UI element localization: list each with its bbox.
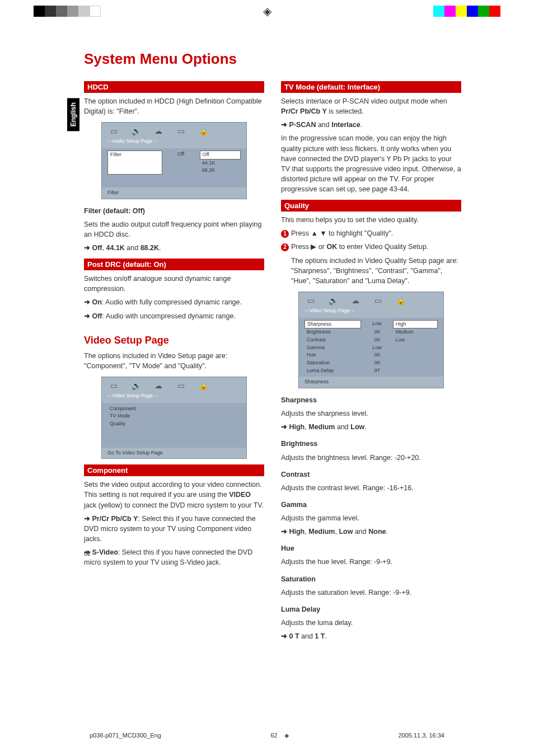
sharpness-heading: Sharpness bbox=[281, 395, 461, 405]
ui-breadcrumb: -- Video Setup Page -- bbox=[102, 392, 246, 403]
brightness-heading: Brightness bbox=[281, 439, 461, 449]
tab-general-icon: ▭ bbox=[107, 126, 120, 136]
table-row: Luma Delay0T bbox=[305, 367, 438, 375]
quality-step1: 1Press ▲ ▼ to highlight "Quality". bbox=[281, 228, 461, 238]
table-row: Contrast00Low bbox=[305, 336, 438, 344]
component-opt1: ➜ Pr/Cr Pb/Cb Y: Select this if you have… bbox=[84, 514, 264, 544]
tab-lock-icon: 🔒 bbox=[197, 381, 209, 391]
table-row: SharpnessLowHigh bbox=[305, 320, 438, 329]
filter-opt-off: Off bbox=[200, 151, 241, 159]
luma-heading: Luma Delay bbox=[281, 604, 461, 614]
tab-video-icon: ☁ bbox=[152, 126, 165, 136]
gamma-heading: Gamma bbox=[281, 500, 461, 510]
table-row: GammaLow bbox=[305, 344, 438, 352]
color-bar-right bbox=[433, 6, 500, 17]
component-body: Sets the video output according to your … bbox=[84, 480, 264, 510]
ui-breadcrumb: -- Video Setup Page -- bbox=[299, 307, 443, 318]
registration-mark: ◈ bbox=[263, 4, 271, 18]
tab-audio-icon: 🔊 bbox=[130, 126, 142, 136]
hue-heading: Hue bbox=[281, 543, 461, 553]
tab-pref-icon: ▭ bbox=[372, 295, 384, 306]
quality-body: The options included in Video Quality Se… bbox=[281, 256, 461, 286]
filter-opt-44: 44.1K bbox=[200, 159, 241, 167]
tab-pref-icon: ▭ bbox=[175, 381, 187, 391]
saturation-body: Adjusts the saturation level. Range: -9-… bbox=[281, 588, 461, 598]
table-row: Brightness00Medium bbox=[305, 328, 438, 336]
luma-opts: ➜ 0 T and 1 T. bbox=[281, 631, 461, 641]
video-setup-screenshot: ▭ 🔊 ☁ ▭ 🔒 -- Video Setup Page -- Compone… bbox=[101, 377, 247, 459]
filter-options: ➜ Off, 44.1K and 88.2K. bbox=[84, 243, 264, 253]
video-quality-screenshot: ▭ 🔊 ☁ ▭ 🔒 -- Video Setup Page -- Sharpne… bbox=[298, 292, 444, 388]
hue-body: Adjusts the hue level. Range: -9-+9. bbox=[281, 557, 461, 567]
tab-audio-icon: 🔊 bbox=[327, 295, 339, 306]
quality-step2: 2Press ▶ or OK to enter Video Quality Se… bbox=[281, 242, 461, 252]
ui-footer: Sharpness bbox=[299, 377, 443, 388]
tvmode-header: TV Mode (default: Interface) bbox=[281, 81, 461, 93]
tab-audio-icon: 🔊 bbox=[130, 381, 142, 391]
color-bar-left bbox=[34, 6, 101, 17]
filter-opt-88: 88.2K bbox=[200, 167, 241, 175]
tab-video-icon: ☁ bbox=[152, 381, 165, 391]
video-setup-heading: Video Setup Page bbox=[84, 335, 264, 346]
video-item-tvmode: TV Mode bbox=[107, 412, 241, 420]
tab-general-icon: ▭ bbox=[305, 295, 317, 306]
audio-setup-screenshot: ▭ 🔊 ☁ ▭ 🔒 -- Audio Setup Page -- Filter … bbox=[101, 122, 247, 199]
tab-pref-icon: ▭ bbox=[175, 126, 187, 136]
page-title: System Menu Options bbox=[84, 50, 461, 68]
postdrc-on: ➜ On: Audio with fully compressed dynami… bbox=[84, 297, 264, 307]
tvmode-intro: Selects interlace or P-SCAN video output… bbox=[281, 96, 461, 116]
tab-lock-icon: 🔒 bbox=[197, 126, 209, 136]
tvmode-opts: ➜ P-SCAN and Interlace. bbox=[281, 120, 461, 130]
page-number: 62 bbox=[84, 550, 264, 558]
filter-label: Filter bbox=[107, 151, 162, 175]
postdrc-header: Post DRC (default: On) bbox=[84, 259, 264, 270]
hdcd-intro: The option included in HDCD (High Defini… bbox=[84, 96, 264, 116]
ui-breadcrumb: -- Audio Setup Page -- bbox=[102, 137, 246, 148]
component-header: Component bbox=[84, 464, 264, 476]
postdrc-off: ➜ Off: Audio with uncompressed dynamic r… bbox=[84, 311, 264, 321]
video-setup-intro: The options included in Video Setup page… bbox=[84, 351, 264, 371]
quality-header: Quality bbox=[281, 200, 461, 212]
table-row: Saturation00 bbox=[305, 359, 438, 367]
sharpness-opts: ➜ High, Medium and Low. bbox=[281, 422, 461, 432]
luma-body: Adjusts the luma delay. bbox=[281, 618, 461, 628]
contrast-body: Adjusts the contrast level. Range: -16-+… bbox=[281, 483, 461, 493]
filter-body: Sets the audio output cutoff frequency p… bbox=[84, 219, 264, 240]
quality-intro: This menu helps you to set the video qua… bbox=[281, 215, 461, 225]
print-footer: p038-p071_MCD300_Eng 62 ◈ 2005.11.3, 16:… bbox=[0, 732, 534, 739]
gamma-body: Adjusts the gamma level. bbox=[281, 513, 461, 523]
tab-general-icon: ▭ bbox=[107, 381, 120, 391]
video-item-quality: Quality bbox=[107, 420, 241, 428]
printer-marks-top: ◈ bbox=[0, 0, 534, 22]
gamma-opts: ➜ High, Medium, Low and None. bbox=[281, 527, 461, 537]
contrast-heading: Contrast bbox=[281, 469, 461, 480]
tvmode-body: In the progressive scan mode, you can en… bbox=[281, 133, 461, 194]
page-content: English System Menu Options HDCD The opt… bbox=[0, 22, 534, 661]
language-tab: English bbox=[67, 98, 79, 131]
tab-video-icon: ☁ bbox=[349, 295, 362, 306]
saturation-heading: Saturation bbox=[281, 574, 461, 584]
ui-footer: Go To Video Setup Page bbox=[102, 448, 246, 459]
hdcd-header: HDCD bbox=[84, 81, 264, 93]
brightness-body: Adjusts the brightness level. Range: -20… bbox=[281, 453, 461, 463]
tab-lock-icon: 🔒 bbox=[394, 295, 406, 306]
filter-value: Off bbox=[162, 151, 200, 175]
left-column: HDCD The option included in HDCD (High D… bbox=[84, 76, 264, 645]
sharpness-body: Adjusts the sharpness level. bbox=[281, 408, 461, 419]
footer-date: 2005.11.3, 16:34 bbox=[398, 732, 444, 739]
filter-subheading: Filter (default: Off) bbox=[84, 206, 264, 216]
postdrc-intro: Switches on/off analogue sound dynamic r… bbox=[84, 274, 264, 294]
video-item-component: Component bbox=[107, 405, 241, 413]
ui-footer: Filter bbox=[102, 187, 246, 199]
footer-page: 62 ◈ bbox=[270, 732, 288, 739]
table-row: Hue00 bbox=[305, 351, 438, 359]
footer-file: p038-p071_MCD300_Eng bbox=[90, 732, 161, 739]
right-column: TV Mode (default: Interface) Selects int… bbox=[281, 76, 461, 645]
